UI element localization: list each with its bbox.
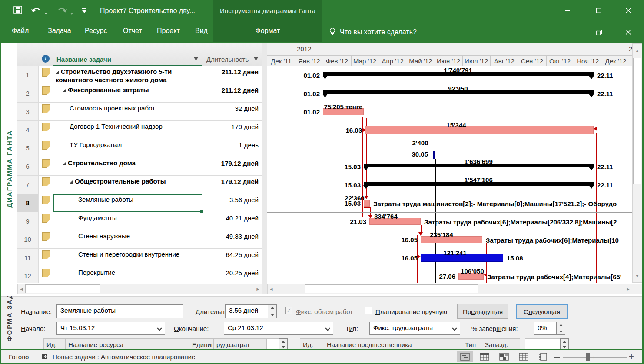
task-duration-cell[interactable]: 179 дней [202,121,259,139]
task-name-cell[interactable]: Стоимость проектных работ [70,103,201,121]
month-label[interactable]: Мар '12 [351,56,379,66]
duration-column-header[interactable]: Длительность [202,43,262,66]
expand-collapse-icon[interactable] [70,180,73,184]
task-name-cell[interactable]: Фиксированные затраты [63,84,201,103]
previous-button[interactable]: Предыдущая [457,304,508,319]
note-indicator-icon[interactable] [42,159,50,168]
row-number[interactable]: 7 [17,176,38,194]
task-name-cell[interactable]: Договор 1 Технический надзор [70,121,201,139]
timescale-header[interactable]: Дек '11Янв '12Фев '12Мар '12Апр '12Май '… [267,43,632,66]
task-duration-cell[interactable]: 211.12 дней [202,66,259,84]
task-duration-cell[interactable]: 20.25 дней [202,267,259,283]
note-indicator-icon[interactable] [42,177,50,186]
resource-sheet-icon[interactable] [516,351,531,362]
tab-view[interactable]: Вид [195,27,208,35]
month-label[interactable]: Апр '12 [379,56,407,66]
tab-task[interactable]: Задача [48,27,71,35]
active-view-bar[interactable]: ДИАГРАММА ГАНТА [1,43,17,294]
maximize-button[interactable] [589,2,608,19]
task-name-cell[interactable]: Общестроительные работы [70,176,201,194]
task-name-cell[interactable]: Перекрытие [78,267,201,283]
month-label[interactable]: Фев '12 [323,56,351,66]
task-name-cell[interactable]: Фундаменты [78,212,201,230]
task-name-cell[interactable]: ТУ Горводоканал [70,139,201,157]
row-number[interactable]: 6 [17,157,38,176]
close-button[interactable] [619,2,638,19]
restore-window-icon[interactable] [589,23,608,41]
month-label[interactable]: Май '12 [407,56,435,66]
finish-date-combo[interactable]: Ср 21.03.12 [224,322,333,335]
gantt-chart[interactable]: 1'740'79101.0222.1192'95001.0222.1175'20… [267,66,632,283]
task-duration-cell[interactable]: 1 день [202,139,259,157]
note-indicator-icon[interactable] [42,123,50,131]
save-icon[interactable] [13,5,23,17]
filter-dropdown-icon[interactable] [194,57,198,60]
row-number[interactable]: 12 [17,267,38,283]
task-duration-cell[interactable]: 211.12 дней [202,84,259,103]
month-label[interactable]: Дек '11 [267,56,295,66]
scroll-right-icon[interactable]: ► [254,284,262,294]
task-name-cell[interactable]: Строительство дома [63,157,201,176]
scroll-left-icon[interactable]: ◄ [18,284,25,294]
report-icon[interactable] [535,351,551,362]
task-duration-cell[interactable]: 179.12 дней [202,176,259,194]
chart-hscrollbar[interactable]: ◄ ► [267,284,632,294]
tab-project[interactable]: Проект [157,27,180,35]
month-label[interactable]: Ноя '12 [574,56,602,66]
close-document-icon[interactable] [619,23,638,41]
undo-icon[interactable] [30,6,42,17]
filter-dropdown-icon[interactable] [254,57,258,60]
month-label[interactable]: Янв '12 [295,56,323,66]
zoom-slider-handle[interactable] [586,353,590,361]
note-indicator-icon[interactable] [42,104,50,113]
task-duration-cell[interactable]: 32 дней [202,103,259,121]
percent-complete-spinner[interactable] [556,322,565,335]
team-planner-icon[interactable] [496,351,512,362]
row-number[interactable]: 2 [17,84,38,103]
month-label[interactable]: Дек '12 [602,56,630,66]
row-number[interactable]: 5 [17,139,38,157]
scroll-up-icon[interactable]: ▲ [633,45,642,56]
milestone-marker[interactable] [433,151,435,159]
next-button[interactable]: Следующая [516,304,568,319]
gantt-view-icon[interactable] [457,351,473,362]
tab-report[interactable]: Отчет [123,27,142,35]
duration-spinner[interactable] [268,304,277,318]
task-name-input[interactable]: Земляные работы [56,304,183,318]
effort-driven-checkbox[interactable]: ✓ [285,307,292,314]
tab-file[interactable]: Файл [12,27,29,35]
expand-collapse-icon[interactable] [56,70,59,74]
tab-format[interactable]: Формат [256,27,280,35]
task-name-cell[interactable]: Стены наружные [78,230,201,249]
row-number[interactable]: 9 [17,212,38,230]
start-date-combo[interactable]: Чт 15.03.12 [56,322,165,335]
table-hscrollbar[interactable]: ◄ ► [17,284,262,294]
task-duration-cell[interactable]: 3.56 дней [202,194,259,212]
row-number[interactable]: 1 [17,66,38,84]
tab-resource[interactable]: Ресурс [85,27,107,35]
pane-splitter[interactable] [262,43,267,294]
note-indicator-icon[interactable] [42,141,50,150]
month-label[interactable]: Июл '12 [462,56,490,66]
expand-collapse-icon[interactable] [63,162,66,165]
note-indicator-icon[interactable] [42,196,50,204]
note-indicator-icon[interactable] [42,214,50,223]
tell-me-search[interactable]: Что вы хотите сделать? [340,28,417,36]
table-hscroll-thumb[interactable] [25,284,100,293]
scroll-left-icon[interactable]: ◄ [268,284,275,294]
row-number[interactable]: 3 [17,103,38,121]
task-usage-icon[interactable] [477,351,492,362]
minimize-button[interactable] [558,2,577,19]
note-indicator-icon[interactable] [42,269,50,277]
month-label[interactable]: Июн '12 [435,56,462,66]
duration-input[interactable]: 3.56 дней [225,304,277,318]
corner-header-cell[interactable] [17,43,38,66]
month-label[interactable]: Окт '12 [546,56,574,66]
task-duration-cell[interactable]: 179.12 дней [202,157,259,176]
scroll-down-icon[interactable]: ▼ [633,270,642,281]
chart-vscroll-thumb[interactable] [633,58,641,184]
row-number[interactable]: 11 [17,249,38,267]
form-view-bar[interactable]: ФОРМА ЗАД [1,296,17,349]
task-name-cell[interactable]: Строительство двухэтажного 5-ти комнатно… [56,66,201,84]
expand-collapse-icon[interactable] [63,89,66,92]
